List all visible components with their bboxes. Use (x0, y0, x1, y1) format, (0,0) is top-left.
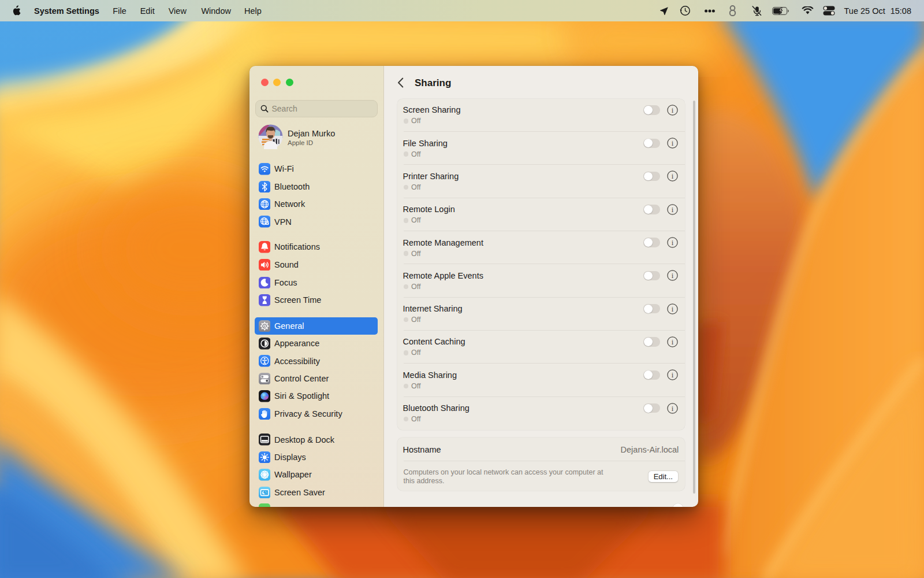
svg-text:i: i (671, 239, 673, 247)
svg-text:i: i (671, 404, 673, 412)
svg-text:i: i (671, 371, 673, 379)
svg-text:i: i (671, 338, 673, 346)
svg-text:i: i (671, 106, 673, 114)
svg-text:i: i (671, 305, 673, 313)
svg-text:i: i (671, 172, 673, 180)
svg-text:i: i (671, 139, 673, 147)
svg-text:i: i (671, 205, 673, 213)
svg-text:i: i (671, 272, 673, 280)
